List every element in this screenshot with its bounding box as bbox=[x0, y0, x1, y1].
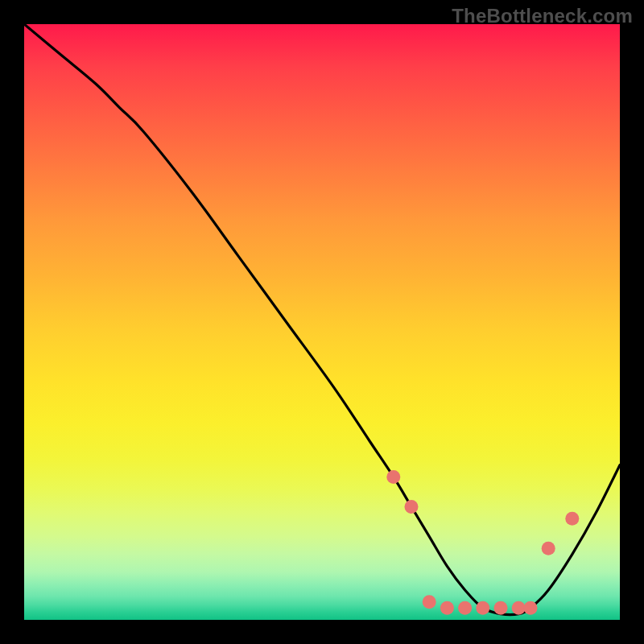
chart-frame: TheBottleneck.com bbox=[0, 0, 644, 644]
bottleneck-range-markers bbox=[386, 470, 579, 615]
curve-marker bbox=[386, 470, 400, 484]
curve-marker bbox=[494, 601, 508, 615]
curve-marker bbox=[440, 601, 454, 615]
curve-marker bbox=[542, 542, 555, 555]
watermark-text: TheBottleneck.com bbox=[452, 5, 633, 27]
curve-marker bbox=[524, 601, 538, 615]
bottleneck-curve-chart bbox=[24, 24, 620, 620]
curve-marker bbox=[423, 595, 436, 609]
curve-marker bbox=[476, 601, 489, 615]
bottleneck-curve bbox=[24, 24, 620, 615]
curve-marker bbox=[458, 601, 472, 615]
curve-marker bbox=[512, 601, 526, 615]
plot-area bbox=[24, 24, 620, 620]
curve-marker bbox=[405, 500, 419, 514]
curve-marker bbox=[565, 512, 579, 526]
